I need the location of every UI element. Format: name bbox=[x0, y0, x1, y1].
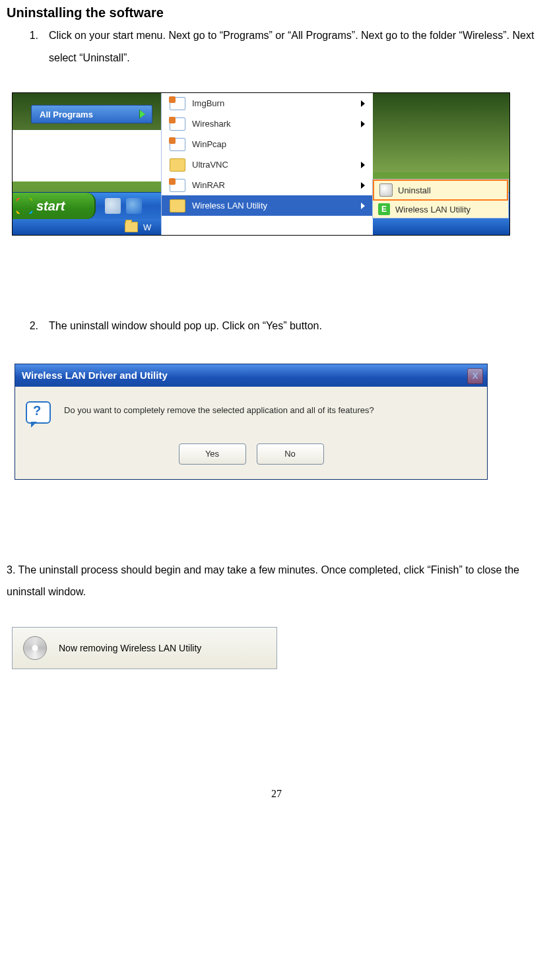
menu-item-imgburn[interactable]: ImgBurn bbox=[162, 93, 373, 114]
yes-button[interactable]: Yes bbox=[179, 443, 246, 465]
submenu: Uninstall E Wireless LAN Utility bbox=[372, 179, 509, 218]
page-title: Uninstalling the software bbox=[7, 5, 546, 20]
folder-icon bbox=[125, 222, 138, 232]
dialog-message: Do you want to completely remove the sel… bbox=[64, 401, 374, 415]
question-icon: ? bbox=[26, 401, 52, 428]
submenu-item-utility[interactable]: E Wireless LAN Utility bbox=[373, 201, 508, 218]
folder-icon bbox=[170, 158, 185, 172]
menu-item-label: WinRAR bbox=[192, 180, 225, 190]
removing-message: Now removing Wireless LAN Utility bbox=[59, 643, 201, 653]
dialog-title: Wireless LAN Driver and Utility bbox=[22, 370, 168, 381]
arrow-right-icon bbox=[361, 182, 365, 189]
step-1-number: 1. bbox=[7, 24, 49, 69]
step-1: 1. Click on your start menu. Next go to … bbox=[7, 24, 546, 69]
utility-icon: E bbox=[378, 203, 390, 215]
menu-item-wireless-lan-utility[interactable]: Wireless LAN Utility bbox=[162, 195, 373, 216]
menu-item-winpcap[interactable]: WinPcap bbox=[162, 134, 373, 154]
menu-item-winrar[interactable]: WinRAR bbox=[162, 175, 373, 195]
program-group-icon bbox=[170, 179, 185, 192]
arrow-right-icon bbox=[361, 121, 365, 127]
step-1-text: Click on your start menu. Next go to “Pr… bbox=[49, 24, 546, 69]
menu-item-label: WinPcap bbox=[192, 139, 226, 149]
ie-icon[interactable] bbox=[126, 198, 142, 214]
start-label: start bbox=[36, 199, 65, 214]
menu-item-label: UltraVNC bbox=[192, 160, 228, 170]
step-2-number: 2. bbox=[7, 315, 49, 337]
folder-icon bbox=[170, 199, 185, 212]
menu-item-label: Wireless LAN Utility bbox=[192, 201, 267, 211]
no-button[interactable]: No bbox=[257, 443, 324, 465]
start-button[interactable]: start bbox=[13, 193, 96, 219]
step-3: 3. The uninstall process should begin an… bbox=[7, 559, 546, 603]
program-group-icon bbox=[170, 117, 185, 131]
step-3-text: 3. The uninstall process should begin an… bbox=[7, 564, 519, 598]
menu-item-wireshark[interactable]: Wireshark bbox=[162, 114, 373, 134]
uninstall-icon bbox=[379, 183, 393, 197]
submenu-item-uninstall[interactable]: Uninstall bbox=[373, 180, 508, 201]
screenshot-confirm-dialog: Wireless LAN Driver and Utility X ? Do y… bbox=[15, 364, 488, 480]
menu-item-label: ImgBurn bbox=[192, 98, 224, 108]
taskbar-icon[interactable] bbox=[105, 198, 121, 214]
close-button[interactable]: X bbox=[467, 368, 483, 384]
menu-item-label: Wireshark bbox=[192, 119, 231, 129]
all-programs-button[interactable]: All Programs bbox=[31, 105, 152, 123]
arrow-right-icon bbox=[139, 110, 145, 119]
page-number: 27 bbox=[7, 788, 546, 800]
program-group-icon bbox=[170, 138, 185, 151]
menu-item-ultravnc[interactable]: UltraVNC bbox=[162, 154, 373, 175]
taskbar-item-label: W bbox=[143, 222, 151, 232]
arrow-right-icon bbox=[361, 162, 365, 168]
programs-menu: ImgBurn Wireshark WinPcap UltraVNC WinRA… bbox=[161, 93, 373, 235]
screenshot-removing: Now removing Wireless LAN Utility bbox=[12, 627, 277, 669]
dialog-titlebar: Wireless LAN Driver and Utility X bbox=[15, 364, 487, 387]
program-group-icon bbox=[170, 97, 185, 110]
submenu-item-label: Wireless LAN Utility bbox=[395, 205, 471, 214]
disc-icon bbox=[23, 636, 47, 660]
arrow-right-icon bbox=[361, 100, 365, 107]
arrow-right-icon bbox=[361, 203, 365, 209]
submenu-item-label: Uninstall bbox=[398, 185, 431, 195]
screenshot-start-menu: All Programs start W ImgBurn Wireshark W… bbox=[12, 92, 510, 236]
step-2-text: The uninstall window should pop up. Clic… bbox=[49, 315, 546, 337]
step-2: 2. The uninstall window should pop up. C… bbox=[7, 315, 546, 337]
all-programs-label: All Programs bbox=[40, 110, 93, 119]
